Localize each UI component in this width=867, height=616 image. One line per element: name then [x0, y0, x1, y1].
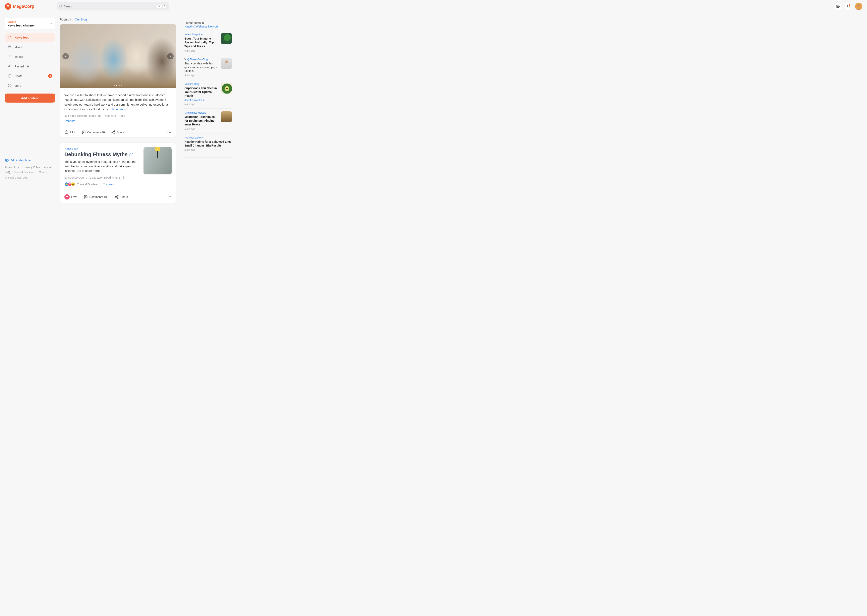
posted-in-link[interactable]: Our Blog [75, 18, 87, 21]
channel-selector[interactable]: Channel News feed channel ⌄ [5, 18, 55, 30]
latest-post-item[interactable]: Wellness Weekly Healthy Habits for a Bal… [184, 133, 232, 154]
carousel-next[interactable]: › [167, 53, 174, 60]
post-card-1: ‹ › We are excited to share that we have… [60, 24, 176, 138]
panel-network-link[interactable]: Health & Wellness Network [184, 25, 232, 28]
carousel-dot[interactable] [114, 85, 115, 86]
footer-faq[interactable]: FAQ [5, 171, 10, 174]
toggle-icon [5, 159, 9, 162]
comments-button[interactable]: Comments 26 [82, 130, 105, 134]
kbd-f: F [163, 5, 166, 8]
latest-post-item[interactable]: Nutrition Daily Superfoods You Need in Y… [184, 80, 232, 108]
nav-pinned-mix[interactable]: Pinned mix [5, 62, 55, 71]
comments-label: Comments 26 [87, 130, 105, 134]
share-label: Share [121, 195, 128, 198]
topbar-right [834, 3, 862, 10]
footer-terms[interactable]: Terms of Use [5, 166, 20, 168]
chat-icon [8, 74, 12, 78]
nav-more[interactable]: More [5, 81, 55, 90]
layout: Channel News feed channel ⌄ News feed Mi… [0, 13, 867, 212]
nav-news-feed[interactable]: News feed [5, 33, 55, 42]
reaction-haha-icon: 😄 [71, 182, 75, 187]
nav-label: Mixes [14, 46, 22, 49]
post-more-button[interactable]: ••• [167, 130, 171, 134]
reactions-icons: 👍 ❤ 😄 [64, 182, 75, 187]
posted-in-label: Posted in: [60, 18, 73, 21]
chats-badge: 2 [48, 74, 52, 78]
channel-label: Channel [8, 20, 52, 23]
post-more-button[interactable]: ••• [167, 195, 171, 198]
sidebar-nav: News feed Mixes Topics Pinned mix [5, 33, 55, 90]
latest-post-item[interactable]: 𝕏 @FitnessGuruBlog Start your day with t… [184, 55, 232, 80]
nav-label: Chats [14, 74, 22, 78]
admin-dashboard-link[interactable]: Admin dashboard [5, 159, 55, 162]
sidebar-footer: Admin dashboard Terms of Use Privacy Pol… [5, 159, 55, 179]
panel-title: Latest posts in [184, 21, 232, 25]
avatar-icon [855, 3, 862, 10]
svg-point-26 [115, 196, 116, 197]
read-more-link[interactable]: Read more [112, 107, 127, 111]
like-button[interactable]: Like [64, 130, 75, 134]
post-card-2: Fitness day Debunking Fitness Myths Thin… [60, 143, 176, 203]
carousel-dot[interactable] [119, 85, 120, 86]
post-category-link[interactable]: Fitness day [64, 147, 140, 150]
nav-mixes[interactable]: Mixes [5, 42, 55, 51]
hash-icon [8, 55, 12, 59]
lp-title: Meditation Techniques for Beginners: Fin… [184, 115, 218, 126]
carousel-dot[interactable] [121, 85, 122, 86]
post-byline: by Adorlee Querry · 1 day ago · Read tim… [64, 176, 140, 179]
notifications-button[interactable] [845, 3, 852, 10]
nav-label: More [14, 84, 21, 87]
brand-name: MegaCorp [13, 4, 35, 9]
nav-chats[interactable]: Chats 2 [5, 71, 55, 80]
nav-topics[interactable]: Topics [5, 52, 55, 61]
user-avatar[interactable] [855, 3, 862, 10]
post-excerpt: Think you know everything about fitness?… [64, 160, 140, 173]
search-box[interactable]: ⌘ F [57, 2, 169, 11]
post-thumbnail [143, 147, 171, 174]
latest-post-item[interactable]: Health Magazine Boost Your Immune System… [184, 30, 232, 55]
svg-line-28 [116, 197, 118, 198]
lp-title: Start your day with this quick and energ… [184, 61, 218, 73]
add-content-button[interactable]: Add content [5, 94, 55, 102]
svg-rect-5 [8, 46, 11, 46]
svg-line-20 [113, 132, 114, 133]
svg-point-17 [114, 130, 115, 132]
channel-value: News feed channel [8, 24, 52, 27]
latest-post-item[interactable]: Mindfulness Matters Meditation Technique… [184, 108, 232, 133]
carousel-prev[interactable]: ‹ [63, 53, 69, 60]
post-body: We are excited to share that we have rea… [60, 88, 176, 127]
footer-more[interactable]: More ⌄ [39, 171, 48, 174]
footer-general[interactable]: General Questions [14, 171, 35, 174]
search-input[interactable] [64, 5, 156, 8]
translate-link[interactable]: Translate [103, 183, 114, 185]
footer-privacy[interactable]: Privacy Policy [24, 166, 40, 168]
lp-time: 5 min ago [184, 103, 218, 105]
gear-icon [836, 5, 840, 8]
thumbs-up-icon [64, 130, 68, 134]
lp-source: 𝕏 @FitnessGuruBlog [184, 58, 218, 61]
svg-line-22 [130, 153, 132, 155]
lp-time: 5 min ago [184, 149, 232, 151]
post-title[interactable]: Debunking Fitness Myths [64, 151, 140, 157]
carousel-dot-active[interactable] [116, 85, 118, 86]
svg-line-29 [116, 196, 118, 196]
lp-source: Nutrition Daily [184, 83, 218, 85]
lp-source: Wellness Weekly [184, 136, 232, 139]
settings-button[interactable] [834, 3, 842, 10]
share-button[interactable]: Share [111, 130, 124, 134]
main-feed: Posted in: Our Blog ‹ › We are excited t… [60, 18, 176, 208]
topbar: M MegaCorp ⌘ F [0, 0, 867, 13]
nav-label: Pinned mix [14, 64, 29, 68]
comments-button[interactable]: Comments 108 [84, 195, 108, 199]
reactions-summary[interactable]: 👍 ❤ 😄 You and 24 others Translate [64, 182, 140, 187]
love-label: Love [71, 195, 77, 198]
share-button[interactable]: Share [115, 195, 128, 199]
panel-header[interactable]: Latest posts in Health & Wellness Networ… [184, 21, 232, 28]
translate-link[interactable]: Translate [64, 119, 171, 123]
footer-imprint[interactable]: Imprint [44, 166, 52, 168]
love-button[interactable]: ❤ Love [64, 194, 77, 200]
footer-links: Terms of Use Privacy Policy Imprint FAQ … [5, 165, 55, 174]
brand[interactable]: M MegaCorp [5, 3, 35, 9]
lp-tags[interactable]: #health #wellness [184, 99, 218, 102]
lp-source: Health Magazine [184, 33, 218, 36]
